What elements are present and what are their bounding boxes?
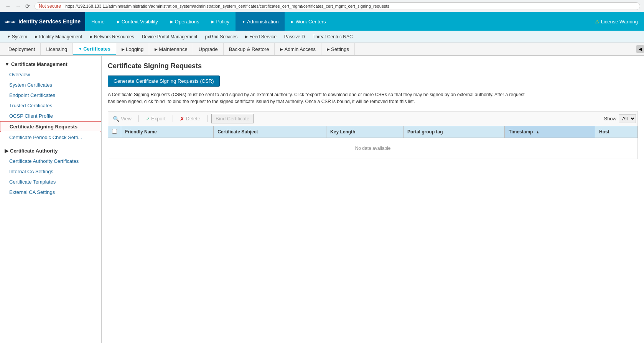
second-nav-passiveid[interactable]: PassiveID [280, 31, 309, 43]
tab-licensing[interactable]: Licensing [41, 43, 73, 55]
sidebar-item-internal-ca-settings[interactable]: Internal CA Settings [0, 166, 101, 177]
toolbar: 🔍 View ↗ Export ✗ Delete Bind Certificat… [108, 111, 638, 126]
back-button[interactable]: ← [4, 2, 12, 11]
sidebar-item-ocsp-client-profile[interactable]: OCSP Client Profile [0, 111, 101, 121]
export-label: Export [151, 116, 166, 121]
chevron-right-icon: ▶ [5, 148, 8, 154]
no-data-cell: No data available [108, 138, 638, 159]
nav-operations[interactable]: ▶ Operations [164, 12, 206, 31]
sidebar-item-endpoint-certificates[interactable]: Endpoint Certificates [0, 90, 101, 100]
second-nav-network-resources[interactable]: ▶ Network Resources [86, 31, 138, 43]
sidebar-item-certificate-templates[interactable]: Certificate Templates [0, 177, 101, 187]
sidebar-item-certificate-signing-requests[interactable]: Certificate Signing Requests [0, 121, 101, 132]
second-nav-threat-centric-nac[interactable]: Threat Centric NAC [309, 31, 357, 43]
browser-navigation[interactable]: ← → ⟳ [4, 2, 31, 11]
sidebar-item-ca-certificates[interactable]: Certificate Authority Certificates [0, 156, 101, 166]
view-button[interactable]: 🔍 View [110, 114, 135, 123]
delete-icon: ✗ [180, 116, 184, 122]
bind-label: Bind Certificate [216, 116, 249, 121]
chevron-down-icon: ▼ [5, 61, 10, 67]
sidebar-section-certificate-authority[interactable]: ▶ Certificate Authority [0, 146, 101, 156]
main-content: ▼ Certificate Management Overview System… [0, 56, 644, 343]
nav-work-centers[interactable]: ▶ Work Centers [285, 12, 332, 31]
nav-administration[interactable]: ▼ Administration [236, 12, 285, 31]
collapse-sidebar-btn[interactable]: ◀ [636, 45, 644, 53]
sidebar-section-label: Certificate Management [11, 61, 68, 67]
warning-icon: ⚠ [595, 19, 600, 25]
second-nav: ▼ System ▶ Identity Management ▶ Network… [0, 31, 644, 43]
divider2 [173, 115, 173, 122]
show-select[interactable]: All [619, 114, 636, 123]
tab-logging[interactable]: ▶ Logging [116, 43, 149, 55]
top-nav-items: Home ▶ Context Visibility ▶ Operations ▶… [85, 12, 589, 31]
view-label: View [121, 116, 132, 121]
second-nav-system[interactable]: ▼ System [3, 31, 31, 43]
col-friendly-name[interactable]: Friendly Name [121, 126, 214, 138]
description-text: A Certificate Signing Requests (CSRs) mu… [108, 91, 530, 105]
nav-home[interactable]: Home [85, 12, 111, 31]
forward-button[interactable]: → [14, 2, 22, 11]
sort-asc-icon: ▲ [536, 130, 540, 134]
license-warning-label: License Warning [601, 19, 638, 25]
tab-backup-restore[interactable]: Backup & Restore [224, 43, 275, 55]
show-label: Show [604, 116, 616, 121]
third-nav: Deployment Licensing ▼ Certificates ▶ Lo… [0, 43, 644, 56]
tab-maintenance[interactable]: ▶ Maintenance [149, 43, 193, 55]
app-title: Identity Services Engine [18, 18, 81, 25]
col-key-length[interactable]: Key Length [326, 126, 404, 138]
delete-button[interactable]: ✗ Delete [177, 114, 204, 123]
sidebar-item-trusted-certificates[interactable]: Trusted Certificates [0, 100, 101, 111]
divider3 [207, 115, 208, 122]
nav-context-visibility[interactable]: ▶ Context Visibility [111, 12, 164, 31]
col-timestamp[interactable]: Timestamp ▲ [505, 126, 595, 138]
col-portal-group-tag[interactable]: Portal group tag [403, 126, 504, 138]
col-certificate-subject[interactable]: Certificate Subject [214, 126, 326, 138]
generate-csr-button[interactable]: Generate Certificate Signing Requests (C… [108, 75, 220, 87]
sidebar-item-overview[interactable]: Overview [0, 69, 101, 80]
browser-bar: ← → ⟳ Not secure | https://192.168.133.1… [0, 0, 644, 12]
export-icon: ↗ [146, 116, 150, 121]
sidebar-authority-label: Certificate Authority [10, 148, 58, 154]
tab-settings[interactable]: ▶ Settings [321, 43, 355, 55]
reload-button[interactable]: ⟳ [24, 2, 31, 11]
sidebar: ▼ Certificate Management Overview System… [0, 56, 102, 343]
table-header: Friendly Name Certificate Subject Key Le… [108, 126, 638, 138]
sidebar-section-certificate-management[interactable]: ▼ Certificate Management [0, 59, 101, 69]
second-nav-identity-management[interactable]: ▶ Identity Management [31, 31, 86, 43]
page-title: Certificate Signing Requests [108, 62, 638, 70]
nav-policy[interactable]: ▶ Policy [205, 12, 236, 31]
second-nav-feed-service[interactable]: ▶ Feed Service [241, 31, 280, 43]
select-all-cell[interactable] [108, 126, 121, 138]
col-host[interactable]: Host [595, 126, 638, 138]
data-table: Friendly Name Certificate Subject Key Le… [108, 126, 638, 159]
tab-admin-access[interactable]: ▶ Admin Access [275, 43, 321, 55]
select-all-checkbox[interactable] [112, 129, 117, 134]
sidebar-item-certificate-periodic-check[interactable]: Certificate Periodic Check Setti... [0, 132, 101, 143]
search-icon: 🔍 [113, 116, 119, 122]
content-panel: Certificate Signing Requests Generate Ce… [102, 56, 644, 343]
not-secure-label: Not secure [39, 3, 61, 9]
top-nav: cisco Identity Services Engine Home ▶ Co… [0, 12, 644, 31]
bind-certificate-button[interactable]: Bind Certificate [211, 114, 254, 123]
sidebar-item-external-ca-settings[interactable]: External CA Settings [0, 187, 101, 197]
tab-certificates[interactable]: ▼ Certificates [73, 43, 116, 55]
cisco-logo: cisco [5, 19, 15, 24]
sidebar-item-system-certificates[interactable]: System Certificates [0, 80, 101, 90]
address-bar[interactable]: Not secure | https://192.168.133.11/admi… [35, 2, 640, 10]
no-data-row: No data available [108, 138, 638, 159]
table-body: No data available [108, 138, 638, 159]
delete-label: Delete [186, 116, 201, 121]
tab-deployment[interactable]: Deployment [3, 43, 41, 55]
license-warning[interactable]: ⚠ License Warning [589, 12, 644, 31]
export-button[interactable]: ↗ Export [143, 114, 169, 123]
logo-area: cisco Identity Services Engine [0, 12, 85, 31]
url-text: https://192.168.133.11/admin/#administra… [65, 4, 389, 8]
divider [138, 115, 139, 122]
second-nav-device-portal[interactable]: Device Portal Management [138, 31, 201, 43]
tab-upgrade[interactable]: Upgrade [193, 43, 224, 55]
second-nav-pxgrid[interactable]: pxGrid Services [201, 31, 241, 43]
